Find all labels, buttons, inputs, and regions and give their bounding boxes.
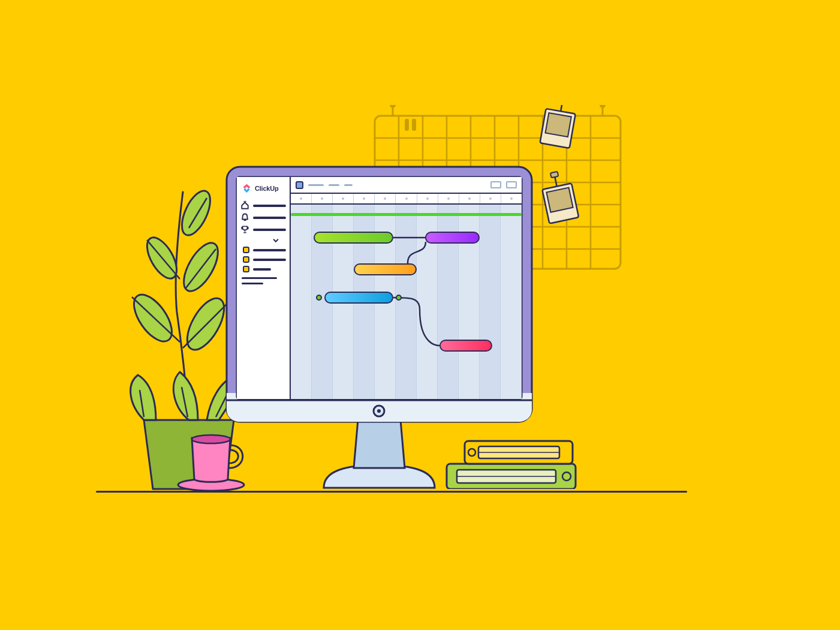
app-name: ClickUp [255,185,279,192]
gantt-bar-purple[interactable] [425,232,480,244]
chevron-down-icon [273,238,279,244]
gantt-bar-orange[interactable] [354,263,417,275]
sidebar-footer-line [242,283,263,284]
svg-line-24 [561,105,562,111]
app-logo: ClickUp [240,181,286,198]
timeline-header [291,194,522,205]
gantt-bar-pink[interactable] [439,340,492,352]
list-item-2[interactable] [243,256,286,263]
sidebar-footer-line [242,277,277,279]
toolbar-placeholder [344,184,353,186]
top-toolbar [291,177,522,194]
svg-rect-23 [546,113,571,137]
nav-notifications[interactable] [240,213,286,222]
svg-rect-29 [550,172,558,178]
app-screen: ClickUp [237,177,522,399]
gantt-bar-green[interactable] [314,232,393,244]
svg-rect-20 [405,119,409,131]
svg-rect-27 [546,188,573,212]
svg-point-32 [177,238,225,296]
toolbar-placeholder [329,184,339,186]
gantt-bar-blue[interactable] [324,292,393,304]
view-badge[interactable] [296,181,303,189]
svg-point-38 [127,289,179,348]
list-item-3[interactable] [243,266,286,272]
svg-point-2 [390,105,396,108]
svg-point-3 [600,105,606,108]
svg-point-56 [377,409,381,413]
sidebar-collapse[interactable] [240,238,286,244]
sidebar: ClickUp [237,177,291,399]
clickup-logo-icon [242,183,252,193]
toolbar-action[interactable] [506,181,517,188]
trophy-icon [240,225,249,234]
toolbar-action[interactable] [490,181,501,188]
nav-home[interactable] [240,201,286,210]
home-icon [240,201,249,210]
toolbar-placeholder [308,184,324,186]
svg-rect-21 [412,119,416,131]
list-item-1[interactable] [243,247,286,253]
bell-icon [240,213,249,222]
svg-point-34 [180,292,231,355]
gantt-chart[interactable] [291,205,522,399]
nav-goals[interactable] [240,225,286,234]
